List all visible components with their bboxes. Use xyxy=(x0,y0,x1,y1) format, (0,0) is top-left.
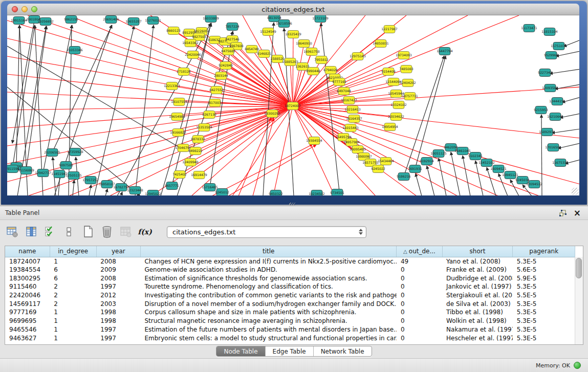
table-row[interactable]: 969969511998Structural magnetic resonanc… xyxy=(5,317,575,325)
graph-node[interactable]: 16210643 xyxy=(547,113,563,121)
graph-edge[interactable] xyxy=(556,51,579,56)
graph-node[interactable]: 2718126 xyxy=(177,68,191,76)
close-panel-icon[interactable]: × xyxy=(574,209,581,216)
graph-node[interactable]: 11451947 xyxy=(51,170,68,178)
graph-node[interactable]: 16914479 xyxy=(191,171,207,179)
graph-node[interactable]: 16164357 xyxy=(346,115,362,123)
graph-node[interactable]: 14850831 xyxy=(373,40,389,48)
table-row[interactable]: 946554611997Estimation of the future num… xyxy=(5,325,575,334)
graph-edge[interactable] xyxy=(117,23,211,195)
column-header-name[interactable]: name xyxy=(5,246,50,257)
graph-edge[interactable] xyxy=(293,34,293,106)
graph-node[interactable]: 9245012 xyxy=(215,189,229,196)
graph-node[interactable]: 9450322 xyxy=(269,190,283,196)
graph-edge[interactable] xyxy=(439,158,446,195)
network-window-titlebar[interactable]: citations_edges.txt xyxy=(7,4,579,15)
column-header-pagerank[interactable]: pagerank xyxy=(513,246,575,257)
graph-edge[interactable] xyxy=(463,156,470,195)
graph-node[interactable]: 12093582 xyxy=(542,84,558,92)
graph-node[interactable]: 20206505 xyxy=(44,149,60,157)
graph-edge[interactable] xyxy=(293,15,365,106)
graph-edge[interactable] xyxy=(293,106,579,184)
graph-node[interactable]: 18300295 xyxy=(264,110,280,118)
graph-node[interactable]: 11815104 xyxy=(541,28,558,36)
graph-edge[interactable] xyxy=(73,180,74,195)
graph-edge[interactable] xyxy=(293,87,579,106)
graph-edge[interactable] xyxy=(253,118,274,195)
memory-status-indicator[interactable] xyxy=(574,362,581,369)
window-resize-grip[interactable] xyxy=(572,188,579,195)
graph-node[interactable]: 8267130 xyxy=(202,111,216,119)
graph-node[interactable]: 11015443 xyxy=(342,124,359,132)
delete-table-icon[interactable] xyxy=(101,226,113,238)
graph-node[interactable]: 8498222 xyxy=(188,147,203,155)
graph-node[interactable]: 17016504 xyxy=(545,144,561,151)
graph-node[interactable]: 12323448 xyxy=(127,187,143,194)
graph-node[interactable]: 12505135 xyxy=(66,172,82,180)
graph-node[interactable]: 9777165 xyxy=(332,78,346,86)
graph-node[interactable]: 16543362 xyxy=(182,39,199,47)
table-settings-icon[interactable] xyxy=(6,226,18,238)
minimize-window-button[interactable] xyxy=(21,6,28,12)
graph-node[interactable]: 12094512 xyxy=(526,181,542,188)
graph-edge[interactable] xyxy=(212,144,313,195)
graph-node[interactable]: 19654985 xyxy=(169,113,185,121)
graph-node[interactable]: 8878332 xyxy=(191,136,205,143)
select-rows-icon[interactable] xyxy=(63,226,75,238)
graph-edge[interactable] xyxy=(12,25,35,169)
graph-node[interactable]: 817003 xyxy=(209,99,221,107)
column-header-indegree[interactable]: in_degree xyxy=(50,246,96,257)
graph-node[interactable]: 9242848 xyxy=(219,62,233,70)
graph-node[interactable]: 9862150 xyxy=(64,16,78,24)
graph-edge[interactable] xyxy=(293,106,539,195)
graph-node[interactable]: 10051125 xyxy=(430,150,447,158)
network-canvas[interactable]: 1991516420018049110566929862150206914061… xyxy=(7,15,579,195)
graph-edge[interactable] xyxy=(135,25,154,195)
graph-node[interactable]: 18757731 xyxy=(402,93,418,100)
graph-node[interactable]: 18724007 xyxy=(285,102,301,110)
graph-edge[interactable] xyxy=(7,56,293,106)
graph-node[interactable]: 18640910 xyxy=(296,40,312,48)
graph-edge[interactable] xyxy=(7,46,181,148)
graph-node[interactable]: 16958107 xyxy=(99,181,115,188)
graph-node[interactable]: 8475685 xyxy=(221,48,235,55)
graph-node[interactable]: 11452102 xyxy=(478,159,495,167)
graph-node[interactable]: 13324102 xyxy=(390,101,407,109)
graph-node[interactable]: 22420046 xyxy=(185,51,201,59)
graph-node[interactable]: 1588520 xyxy=(270,55,285,63)
graph-node[interactable]: 9529966 xyxy=(544,52,558,59)
graph-edge[interactable] xyxy=(105,189,107,195)
close-window-button[interactable] xyxy=(12,6,18,12)
table-scrollbar[interactable] xyxy=(575,257,583,345)
graph-node[interactable]: 7425402 xyxy=(172,171,187,179)
tab-edge-table[interactable]: Edge Table xyxy=(266,346,314,356)
table-row[interactable]: 911546021997Tourette syndrome. Phenomeno… xyxy=(5,282,575,291)
graph-edge[interactable] xyxy=(284,28,294,195)
table-row[interactable]: 977716911998Corpus callosum shape and si… xyxy=(5,308,575,317)
graph-edge[interactable] xyxy=(555,84,579,89)
graph-node[interactable]: 10095493 xyxy=(350,146,366,154)
graph-node[interactable]: 16961758 xyxy=(303,48,320,56)
graph-node[interactable]: 19218596 xyxy=(276,20,292,28)
graph-node[interactable]: 9192914 xyxy=(420,158,434,165)
table-row[interactable]: 946362711997Embryonic stem cells: a mode… xyxy=(5,334,575,342)
graph-node[interactable]: 13216413 xyxy=(344,106,361,114)
graph-node[interactable]: 15751074 xyxy=(551,42,567,50)
zoom-window-button[interactable] xyxy=(31,6,37,12)
graph-node[interactable]: 10167427 xyxy=(341,97,357,104)
graph-node[interactable]: 12942737 xyxy=(35,169,51,177)
graph-node[interactable]: 16094521 xyxy=(490,165,507,173)
graph-edge[interactable] xyxy=(273,106,293,195)
graph-node[interactable]: 17957252 xyxy=(82,177,99,184)
tab-network-table[interactable]: Network Table xyxy=(314,346,372,356)
table-row[interactable]: 1872400712008Changes of HCN gene express… xyxy=(5,257,575,266)
graph-node[interactable]: 14954954 xyxy=(382,123,398,131)
graph-edge[interactable] xyxy=(550,69,579,74)
graph-node[interactable]: 12217987 xyxy=(381,26,398,33)
graph-node[interactable]: 11056692 xyxy=(37,18,54,26)
graph-edge[interactable] xyxy=(94,26,134,195)
graph-node[interactable]: 10655287 xyxy=(125,18,142,26)
graph-edge[interactable] xyxy=(268,32,293,106)
graph-node[interactable]: 9215953 xyxy=(534,106,548,114)
graph-node[interactable]: 7857224 xyxy=(225,23,239,31)
